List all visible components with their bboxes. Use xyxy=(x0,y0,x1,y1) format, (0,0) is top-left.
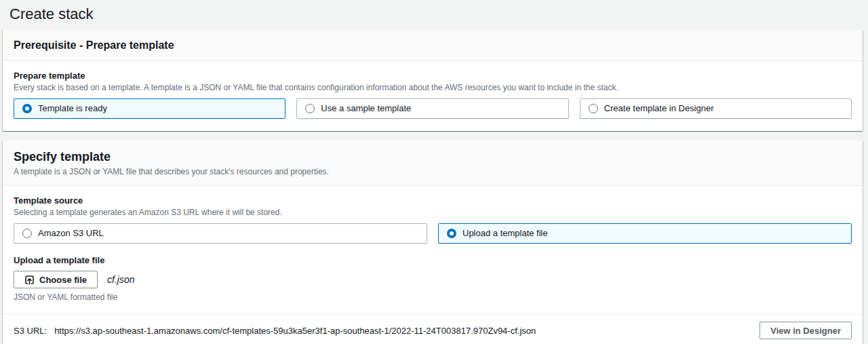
s3-url-label: S3 URL: xyxy=(14,326,47,336)
prerequisite-card-body: Prepare template Every stack is based on… xyxy=(3,61,863,131)
radio-unselected-icon[interactable] xyxy=(22,229,32,238)
radio-tile-upload-template-file[interactable]: Upload a template file xyxy=(438,223,852,244)
selected-file-name: cf.json xyxy=(107,274,134,285)
choose-file-label: Choose file xyxy=(39,275,87,285)
file-format-helper: JSON or YAML formatted file xyxy=(14,292,852,302)
file-upload-row: Choose file cf.json xyxy=(14,271,852,288)
radio-tile-amazon-s3-url[interactable]: Amazon S3 URL xyxy=(14,223,427,244)
s3-url-value: https://s3.ap-southeast-1.amazonaws.com/… xyxy=(54,326,536,336)
radio-unselected-icon[interactable] xyxy=(305,104,315,113)
specify-template-card: Specify template A template is a JSON or… xyxy=(3,140,863,344)
radio-selected-icon[interactable] xyxy=(447,229,456,238)
radio-tile-use-sample-template[interactable]: Use a sample template xyxy=(296,98,568,119)
radio-label: Upload a template file xyxy=(462,228,548,239)
specify-template-title: Specify template xyxy=(14,149,852,164)
radio-label: Create template in Designer xyxy=(604,103,714,114)
prerequisite-card: Prerequisite - Prepare template Prepare … xyxy=(3,30,863,131)
view-in-designer-button[interactable]: View in Designer xyxy=(760,322,852,339)
specify-template-card-body: Template source Selecting a template gen… xyxy=(3,186,863,314)
prepare-template-description: Every stack is based on a template. A te… xyxy=(14,82,852,93)
choose-file-button[interactable]: Choose file xyxy=(14,271,98,288)
radio-label: Amazon S3 URL xyxy=(38,228,104,239)
specify-template-description: A template is a JSON or YAML file that d… xyxy=(14,166,852,177)
template-source-options: Amazon S3 URL Upload a template file xyxy=(14,223,852,244)
template-source-description: Selecting a template generates an Amazon… xyxy=(14,207,852,218)
prerequisite-card-title: Prerequisite - Prepare template xyxy=(14,39,852,52)
template-source-label: Template source xyxy=(14,195,852,206)
upload-template-file-label: Upload a template file xyxy=(14,254,852,266)
radio-tile-template-is-ready[interactable]: Template is ready xyxy=(14,98,285,119)
prepare-template-options: Template is ready Use a sample template … xyxy=(14,98,852,119)
radio-selected-icon[interactable] xyxy=(22,104,32,113)
s3-url-footer: S3 URL: https://s3.ap-southeast-1.amazon… xyxy=(3,314,863,344)
prepare-template-label: Prepare template xyxy=(14,70,852,81)
prerequisite-card-header: Prerequisite - Prepare template xyxy=(3,30,863,61)
page-title: Create stack xyxy=(9,5,868,23)
radio-label: Template is ready xyxy=(38,103,107,114)
radio-tile-create-template-in-designer[interactable]: Create template in Designer xyxy=(580,98,852,119)
specify-template-card-header: Specify template A template is a JSON or… xyxy=(3,140,863,186)
radio-label: Use a sample template xyxy=(321,103,411,114)
radio-unselected-icon[interactable] xyxy=(589,104,598,113)
upload-icon xyxy=(24,275,35,285)
